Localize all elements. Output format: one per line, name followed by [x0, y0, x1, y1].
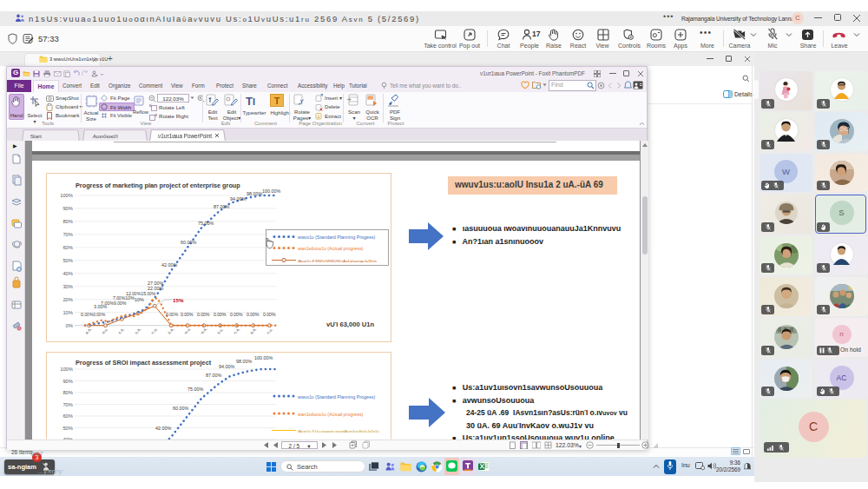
svg-text:0.00%0.00%: 0.00%0.00% [81, 312, 105, 317]
svg-text:100.00%: 100.00% [262, 188, 280, 194]
svg-text:42.00%: 42.00% [155, 426, 171, 431]
svg-text:80%: 80% [62, 219, 73, 224]
svg-text:94.00%: 94.00% [219, 364, 234, 369]
svg-text:0.00%: 0.00% [214, 312, 227, 317]
svg-text:20%: 20% [62, 297, 73, 302]
svg-text:60.00%: 60.00% [173, 406, 188, 411]
svg-text:100.00%: 100.00% [254, 355, 273, 360]
svg-text:IAsvn1s 9 Us:ιüuwans:nuvoIAsvn: IAsvn1s 9 Us:ιüuwans:nuvoIAsvn1suSn1sJv1… [298, 429, 379, 433]
svg-text:60%: 60% [62, 245, 73, 250]
svg-text:60%: 60% [62, 413, 73, 419]
svg-text:wwuv1u (Standard Planning Prog: wwuv1u (Standard Planning Progess) [297, 235, 375, 240]
svg-text:27.00%: 27.00% [148, 281, 163, 286]
svg-text:10%: 10% [62, 310, 73, 315]
svg-text:98.00%: 98.00% [236, 359, 252, 364]
svg-text:0.00%: 0.00% [197, 312, 210, 317]
svg-text:98.00%: 98.00% [247, 191, 262, 196]
svg-text:80%: 80% [62, 390, 73, 395]
svg-text:50%: 50% [62, 426, 73, 431]
svg-text:50%: 50% [62, 258, 73, 263]
svg-text:0%: 0% [66, 323, 73, 328]
svg-text:0.00%: 0.00% [263, 312, 276, 317]
svg-text:Progress of marketing plan pro: Progress of marketing plan project of en… [76, 182, 240, 189]
svg-text:94.00%: 94.00% [230, 196, 246, 202]
svg-text:OCR: OCR [368, 96, 375, 100]
svg-text:75.00%: 75.00% [187, 387, 203, 392]
svg-text:Progress of SROI impact assess: Progress of SROI impact assessment proje… [76, 359, 212, 367]
svg-text:30%: 30% [62, 284, 73, 289]
svg-text:100%: 100% [60, 193, 73, 198]
svg-text:90%: 90% [62, 379, 73, 384]
svg-text:75.00%: 75.00% [198, 221, 214, 226]
svg-text:70%: 70% [62, 232, 73, 237]
svg-text:wwuv1u (Standard Planning Prog: wwuv1u (Standard Planning Progess) [297, 394, 375, 400]
svg-text:22.00%: 22.00% [148, 286, 163, 291]
svg-text:vUΊ 63,000 U1n: vUΊ 63,000 U1n [326, 320, 374, 328]
svg-text:0.00%: 0.00% [230, 312, 243, 317]
svg-text:15%: 15% [173, 297, 184, 303]
svg-text:10%: 10% [135, 297, 144, 302]
svg-text:7.00%9.00%: 7.00%9.00% [101, 301, 127, 306]
svg-text:42.00%: 42.00% [161, 262, 177, 268]
svg-text:IAsvn1s 8 WWUJWWUN1sAa1ahavnqu: IAsvn1s 8 WWUJWWUN1sAa1ahavnquJa1Knn [298, 259, 378, 263]
svg-text:wan1sdiuiuv1u (Actual progress: wan1sdiuiuv1u (Actual progress) [297, 246, 364, 251]
svg-text:40%: 40% [62, 271, 73, 276]
svg-text:0.00%: 0.00% [181, 312, 194, 317]
svg-text:12.00%15.00%: 12.00%15.00% [126, 291, 156, 296]
svg-text:87.00%: 87.00% [214, 204, 229, 209]
svg-text:90%: 90% [62, 206, 73, 211]
svg-text:87.00%: 87.00% [206, 373, 221, 378]
svg-text:0.00%: 0.00% [247, 312, 260, 317]
svg-text:100%: 100% [60, 367, 73, 372]
svg-text:0.00%: 0.00% [166, 312, 178, 317]
svg-text:wan1sdiuiuv1u (Actual progress: wan1sdiuiuv1u (Actual progress) [297, 412, 364, 417]
svg-text:70%: 70% [62, 402, 73, 407]
svg-text:60.00%: 60.00% [181, 240, 196, 245]
